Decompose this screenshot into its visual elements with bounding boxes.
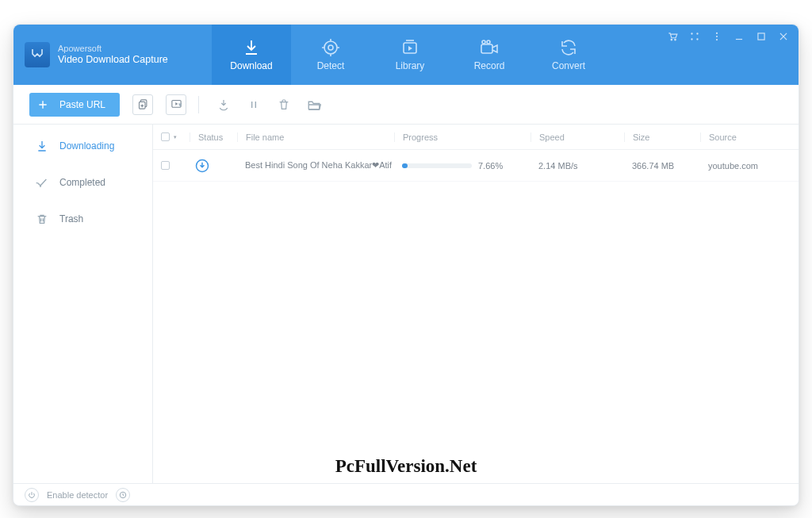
sidebar: Downloading Completed Trash	[13, 125, 153, 483]
nav-convert[interactable]: Convert	[529, 25, 608, 85]
row-speed: 2.14 MB/s	[530, 161, 624, 171]
check-icon	[36, 176, 48, 189]
paste-url-button[interactable]: Paste URL	[29, 93, 120, 117]
table-row[interactable]: Best Hindi Song Of Neha Kakkar❤Atif ... …	[153, 150, 799, 182]
convert-icon	[559, 38, 578, 57]
pause-icon	[248, 99, 259, 110]
table-header: ▾ Status File name Progress Speed Size S…	[153, 125, 799, 150]
nav-record[interactable]: Record	[450, 25, 529, 85]
open-folder-button[interactable]	[305, 96, 323, 113]
main-panel: ▾ Status File name Progress Speed Size S…	[153, 125, 799, 483]
row-filename: Best Hindi Song Of Neha Kakkar❤Atif ...	[237, 160, 394, 171]
sidebar-item-downloading[interactable]: Downloading	[13, 128, 152, 164]
window-controls	[667, 31, 789, 42]
clock-icon	[119, 491, 127, 499]
status-bar: Enable detector	[13, 483, 799, 505]
trash-icon	[278, 98, 290, 111]
svg-rect-3	[481, 44, 492, 53]
camera-icon	[479, 38, 500, 57]
brand-subtitle: Video Download Capture	[58, 54, 168, 66]
power-icon	[28, 491, 36, 499]
title-bar: Apowersoft Video Download Capture Downlo…	[13, 25, 799, 85]
menu-icon[interactable]	[711, 31, 722, 42]
resume-button[interactable]	[215, 96, 232, 113]
col-size[interactable]: Size	[624, 132, 700, 142]
nav-detect[interactable]: Detect	[291, 25, 370, 85]
app-logo-icon	[25, 42, 50, 67]
col-source[interactable]: Source	[700, 132, 799, 142]
download-icon	[242, 38, 261, 57]
target-icon	[321, 38, 340, 57]
svg-point-4	[482, 40, 485, 44]
pause-button[interactable]	[245, 96, 262, 113]
divider	[198, 96, 199, 113]
close-icon[interactable]	[778, 31, 789, 42]
col-status[interactable]: Status	[190, 132, 237, 142]
download-small-icon	[36, 140, 48, 152]
app-window: Apowersoft Video Download Capture Downlo…	[13, 24, 799, 506]
select-all-checkbox[interactable]	[161, 132, 170, 141]
toolbar: Paste URL ▾	[13, 85, 799, 125]
svg-point-6	[671, 39, 672, 40]
progress-fill	[402, 163, 408, 168]
svg-point-1	[328, 45, 333, 50]
svg-point-5	[487, 40, 490, 44]
folder-icon	[307, 98, 321, 111]
svg-point-11	[696, 38, 698, 40]
sidebar-item-trash[interactable]: Trash	[13, 201, 152, 237]
detector-toggle[interactable]	[25, 488, 39, 502]
row-source: youtube.com	[700, 161, 799, 171]
brand-name: Apowersoft	[58, 44, 168, 54]
sidebar-item-completed[interactable]: Completed	[13, 164, 152, 201]
svg-rect-15	[758, 33, 764, 40]
resume-icon	[217, 98, 230, 111]
play-square-icon	[400, 38, 419, 57]
settings-button[interactable]	[166, 94, 186, 115]
schedule-button[interactable]	[116, 488, 130, 502]
apps-icon[interactable]	[689, 31, 700, 42]
batch-add-button[interactable]	[132, 94, 153, 115]
brand: Apowersoft Video Download Capture	[13, 25, 212, 85]
svg-point-7	[675, 39, 676, 40]
content: Downloading Completed Trash ▾ Status Fil…	[13, 125, 799, 483]
svg-point-9	[696, 33, 698, 34]
delete-button[interactable]	[275, 96, 293, 113]
svg-point-8	[691, 33, 692, 34]
minimize-icon[interactable]	[733, 31, 745, 42]
row-checkbox[interactable]	[161, 161, 170, 170]
row-size: 366.74 MB	[624, 161, 700, 171]
col-progress[interactable]: Progress	[394, 132, 530, 142]
progress-percent: 7.66%	[478, 161, 503, 171]
svg-point-14	[716, 39, 718, 40]
nav-download[interactable]: Download	[212, 25, 291, 85]
svg-point-12	[716, 33, 718, 34]
progress-bar	[402, 163, 472, 168]
cart-icon[interactable]	[667, 31, 678, 42]
downloading-status-icon	[194, 158, 210, 174]
trash-small-icon	[36, 213, 48, 225]
plus-icon	[37, 99, 48, 110]
settings-caret-icon[interactable]: ▾	[178, 101, 182, 109]
svg-point-10	[691, 38, 692, 40]
svg-point-0	[324, 41, 337, 54]
svg-point-13	[716, 36, 718, 37]
col-speed[interactable]: Speed	[530, 132, 624, 142]
nav-library[interactable]: Library	[370, 25, 450, 85]
detector-label: Enable detector	[47, 490, 108, 500]
files-plus-icon	[137, 98, 149, 110]
maximize-icon[interactable]	[756, 31, 767, 42]
select-caret-icon[interactable]: ▾	[174, 134, 177, 140]
col-filename[interactable]: File name	[237, 132, 394, 142]
